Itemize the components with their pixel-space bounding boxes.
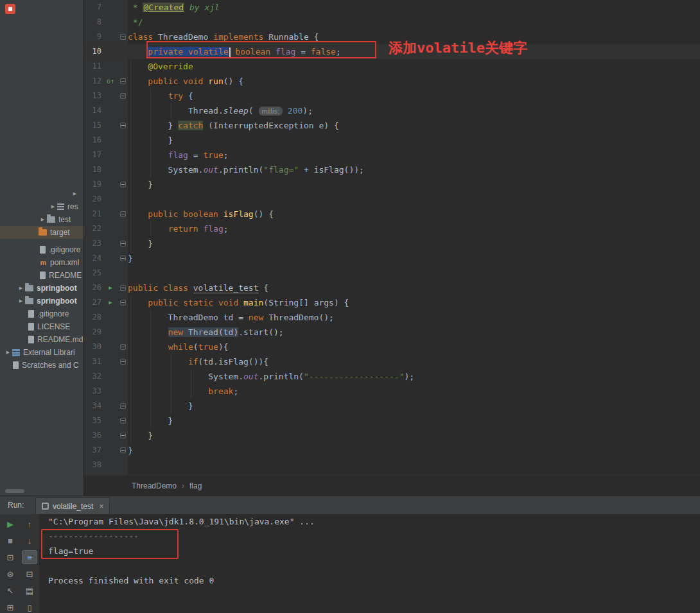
code-line-26[interactable]: 26▶public class volatile_test { (84, 281, 700, 295)
code-line-11[interactable]: 11 @Override (84, 59, 700, 74)
breadcrumb-item-flag[interactable]: flag (189, 481, 202, 490)
soft-wrap-icon[interactable]: ⊟ (22, 567, 37, 581)
tree-item-test[interactable]: ▶test (0, 213, 84, 226)
code-line-35[interactable]: 35 } (84, 413, 700, 428)
close-icon[interactable]: × (99, 502, 103, 511)
lib-icon (12, 349, 20, 356)
project-panel[interactable]: ▶▶res▶testtarget.gitignorepom.xmlREADME▶… (0, 0, 84, 496)
print-icon[interactable]: ▤ (22, 583, 37, 598)
tree-item-res[interactable]: ▶res (0, 200, 84, 213)
code-line-25[interactable]: 25 (84, 266, 700, 281)
fold-marker-icon[interactable] (118, 281, 128, 295)
run-gutter-icon[interactable]: ▶ (103, 281, 118, 295)
run-tab-volatile-test[interactable]: volatile_test × (35, 497, 110, 514)
chevron-right-icon[interactable]: ▶ (71, 191, 79, 196)
code-line-38[interactable]: 38 (84, 458, 700, 472)
fold-marker-icon[interactable] (118, 118, 128, 133)
code-editor[interactable]: 7 * @Created by xjl8 */9class ThreadDemo… (84, 0, 700, 475)
code-line-16[interactable]: 16 } (84, 133, 700, 148)
tree-item-readme[interactable]: README (0, 269, 84, 282)
code-line-12[interactable]: 12o↑ public void run() { (84, 74, 700, 89)
splitter-handle[interactable] (5, 489, 24, 493)
code-line-34[interactable]: 34 } (84, 399, 700, 413)
line-number: 38 (84, 458, 103, 472)
run-gutter-icon[interactable]: ▶ (103, 295, 118, 310)
tree-item-readme-md[interactable]: README.md (0, 333, 84, 346)
fold-marker-icon[interactable] (118, 207, 128, 221)
code-line-21[interactable]: 21 public boolean isFlag() { (84, 207, 700, 221)
rerun-icon[interactable]: ▶ (3, 517, 18, 531)
chevron-right-icon[interactable]: ▶ (4, 350, 12, 355)
tree-item-external-librari[interactable]: ▶External Librari (0, 346, 84, 359)
code-line-29[interactable]: 29 new Thread(td).start(); (84, 325, 700, 340)
code-line-32[interactable]: 32 System.out.println("-----------------… (84, 369, 700, 384)
fold-marker-icon[interactable] (118, 413, 128, 428)
code-line-28[interactable]: 28 ThreadDemo td = new ThreadDemo(); (84, 310, 700, 325)
fold-marker-icon[interactable] (118, 354, 128, 369)
breadcrumb-item-threaddemo[interactable]: ThreadDemo (132, 481, 177, 490)
pin-grid-icon[interactable]: ⊞ (3, 600, 18, 613)
tree-item[interactable]: ▶ (0, 187, 84, 200)
fold-marker-icon[interactable] (118, 74, 128, 89)
file-icon (40, 246, 46, 254)
tree-item-springboot[interactable]: ▶springboot (0, 295, 84, 307)
fold-marker-icon[interactable] (118, 177, 128, 192)
code-line-23[interactable]: 23 } (84, 236, 700, 251)
fold-marker-icon[interactable] (118, 89, 128, 103)
code-line-36[interactable]: 36 } (84, 428, 700, 443)
code-line-20[interactable]: 20 (84, 192, 700, 207)
tree-item--gitignore[interactable]: .gitignore (0, 243, 84, 256)
clear-icon[interactable]: ▯ (22, 600, 37, 613)
screenshot-icon[interactable]: ⊡ (3, 550, 18, 564)
fold-marker-icon[interactable] (118, 443, 128, 458)
code-line-27[interactable]: 27▶ public static void main(String[] arg… (84, 295, 700, 310)
chevron-right-icon[interactable]: ▶ (17, 286, 25, 291)
tree-item-label: README (49, 271, 82, 280)
code-line-30[interactable]: 30 while(true){ (84, 340, 700, 354)
code-line-22[interactable]: 22 return flag; (84, 221, 700, 236)
code-line-37[interactable]: 37} (84, 443, 700, 458)
fold-marker-icon[interactable] (118, 399, 128, 413)
chevron-right-icon[interactable]: ▶ (39, 217, 47, 222)
code-line-17[interactable]: 17 flag = true; (84, 148, 700, 162)
tree-item-scratches-and-c[interactable]: Scratches and C (0, 359, 84, 372)
tree-item-target[interactable]: target (0, 226, 84, 239)
code-line-15[interactable]: 15 } catch (InterruptedException e) { (84, 118, 700, 133)
override-gutter-icon[interactable]: o↑ (103, 74, 118, 89)
up-icon[interactable]: ↑ (22, 517, 37, 531)
chevron-right-icon[interactable]: ▶ (49, 204, 57, 209)
stop-icon[interactable]: ■ (3, 533, 18, 548)
line-number: 26 (84, 281, 103, 295)
down-icon[interactable]: ↓ (22, 533, 37, 548)
fold-marker-icon[interactable] (118, 30, 128, 44)
code-line-33[interactable]: 33 break; (84, 384, 700, 399)
code-line-14[interactable]: 14 Thread.sleep( millis: 200); (84, 103, 700, 118)
code-line-7[interactable]: 7 * @Created by xjl (84, 0, 700, 15)
console-view-icon[interactable]: ≡ (22, 550, 37, 564)
tree-item-license[interactable]: LICENSE (0, 320, 84, 333)
code-line-19[interactable]: 19 } (84, 177, 700, 192)
fold-marker-icon[interactable] (118, 236, 128, 251)
tree-item--gitignore[interactable]: .gitignore (0, 307, 84, 320)
tree-item-springboot[interactable]: ▶springboot (0, 282, 84, 295)
tree-item-pom-xml[interactable]: pom.xml (0, 256, 84, 269)
settings-icon[interactable]: ⊛ (3, 567, 18, 581)
code-line-13[interactable]: 13 try { (84, 89, 700, 103)
chevron-right-icon[interactable]: ▶ (17, 298, 25, 304)
tree-item-label: README.md (37, 335, 83, 344)
restore-layout-icon[interactable]: ↖ (3, 583, 18, 598)
console-output[interactable]: "C:\Program Files\Java\jdk1.8.0_191\bin\… (40, 514, 700, 613)
code-line-18[interactable]: 18 System.out.println("flag=" + isFlag()… (84, 162, 700, 177)
code-line-24[interactable]: 24} (84, 251, 700, 266)
fold-marker-icon[interactable] (118, 340, 128, 354)
fold-marker-icon[interactable] (118, 251, 128, 266)
fold-marker-icon[interactable] (118, 295, 128, 310)
gutter-space (103, 458, 118, 472)
folder-icon (25, 298, 33, 304)
code-line-8[interactable]: 8 */ (84, 15, 700, 30)
tree-item-label: .gitignore (37, 309, 69, 318)
code-line-31[interactable]: 31 if(td.isFlag()){ (84, 354, 700, 369)
fold-marker-icon[interactable] (118, 428, 128, 443)
line-number: 12 (84, 74, 103, 89)
line-number: 32 (84, 369, 103, 384)
